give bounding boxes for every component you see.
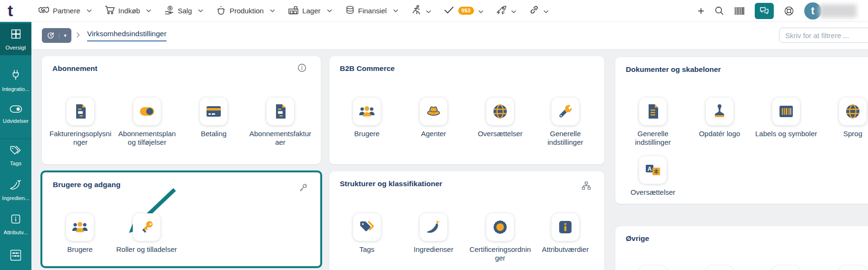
sidebar-item-tags[interactable]: Tags [0,144,31,166]
item-label: Abonnementsfakturaer [248,130,312,146]
runner-icon [411,5,422,17]
plug-icon [10,69,21,83]
settings-item-agenter[interactable]: Agenter [400,98,467,138]
settings-item-sprog[interactable]: Sprog [819,98,868,138]
settings-item-roller-tilladelser[interactable]: Roller og tilladelser [113,213,180,254]
nav-salg[interactable]: Salg [164,5,203,17]
settings-item-attributvaerdier[interactable]: Attributværdier [532,213,599,254]
key-outline-icon[interactable] [298,183,308,192]
barcode-icon[interactable] [734,7,745,15]
sidebar-item-abacus[interactable] [0,249,31,263]
task-count-badge: 953 [458,7,474,15]
search-icon[interactable] [714,6,724,16]
settings-item-labels-symboler[interactable]: Labels og symboler [753,98,819,138]
topbar-actions: + t [698,0,857,21]
help-lifebuoy-icon[interactable] [784,6,794,16]
nav-label: Indkøb [118,7,140,15]
tags-icon [10,144,22,158]
settings-item-abonnementsplan[interactable]: Abonnementsplan og tilføjelser [114,98,180,146]
users-icon [353,98,381,125]
settings-item-ovrige-1[interactable] [620,266,686,270]
nav-produktion[interactable]: Produktion [216,5,275,17]
history-caret[interactable]: ▼ [59,33,71,38]
chevron-down-icon [327,9,332,12]
toggle-plan-icon [133,98,161,125]
item-label: Oversættelser [631,188,675,197]
app-logo[interactable]: t [8,0,13,20]
rocket-icon [496,5,507,17]
settings-item-dok-generelle[interactable]: Generelle indstillinger [620,98,686,146]
item-tile [706,266,733,270]
card-b2b-commerce: B2B Commerce Brugere Agenter Oversættels… [329,56,604,164]
settings-item-ovrige-3[interactable] [753,266,819,270]
sidebar-item-ingredienser[interactable]: Ingredien... [0,179,31,201]
item-label: Agenter [421,130,446,138]
card-title: Dokumenter og skabeloner [626,65,721,74]
wrench-icon [552,98,579,125]
globe-icon [839,98,867,125]
tag-icon [353,213,381,241]
settings-item-certificeringsordninger[interactable]: Certificeringsordninger [467,213,533,262]
item-label: Brugere [67,245,92,254]
chili-icon [10,179,22,192]
item-label: Generelle indstillinger [621,130,685,146]
sidebar: Oversigt Integratio... Udvidelser Tags I… [0,21,31,270]
handshake-icon [38,6,49,16]
card-title: Øvrige [626,234,649,243]
sidebar-item-attributvaerdier[interactable]: Attributv... [0,213,31,235]
page-title[interactable]: Virksomhedsindstillinger [87,30,167,41]
settings-item-ingredienser[interactable]: Ingredienser [400,213,467,254]
nav-tasks[interactable]: 953 [444,6,483,16]
nav-partnere[interactable]: Partnere [38,6,92,16]
nav-activities[interactable] [411,5,431,17]
translate-icon: A [639,156,667,184]
breadcrumb-chevron-icon [76,31,80,40]
chevron-down-icon [393,9,398,12]
history-button[interactable]: ▼ [42,28,71,43]
add-icon[interactable]: + [698,6,704,16]
settings-item-abonnementsfakturaer[interactable]: Abonnementsfakturaer [247,98,314,146]
info-square-icon [10,213,21,227]
barcode-tile-icon [772,98,800,125]
nav-integrations[interactable] [529,5,549,17]
nav-indkob[interactable]: Indkøb [105,5,152,16]
sidebar-item-integrationer[interactable]: Integratio... [0,69,31,92]
hierarchy-icon[interactable] [582,181,591,190]
settings-item-brugere[interactable]: Brugere [47,213,113,254]
settings-item-b2b-generelle[interactable]: Generelle indstillinger [532,98,599,146]
settings-item-b2b-oversaettelser[interactable]: Oversættelser [467,98,533,138]
card-title: B2B Commerce [340,64,395,73]
info-square-duotone-icon [552,213,579,241]
sidebar-item-udvidelser[interactable]: Udvidelser [0,105,31,124]
card-strukturer: Strukturer og klassifikationer Tags Ingr… [329,171,604,270]
settings-item-dok-oversaettelser[interactable]: A Oversættelser [620,156,686,197]
chevron-down-icon [87,9,92,12]
history-icon [42,31,59,40]
settings-item-tags[interactable]: Tags [334,213,400,254]
settings-item-betaling[interactable]: Betaling [180,98,247,138]
settings-item-opdater-logo[interactable]: Opdatér logo [686,98,753,138]
sidebar-item-label: Tags [10,160,21,166]
user-avatar[interactable]: t [804,2,821,20]
filter-input[interactable] [779,28,868,43]
nav-lager[interactable]: Lager [288,5,332,16]
sidebar-item-label: Oversigt [6,45,26,50]
item-label: Abonnementsplan og tilføjelser [115,130,179,146]
nav-launch[interactable] [496,5,516,17]
nav-label: Produktion [229,7,264,15]
item-label: Opdatér logo [699,130,740,138]
sidebar-item-oversigt[interactable]: Oversigt [0,23,31,55]
info-circle-icon[interactable] [297,63,306,72]
settings-item-ovrige-2[interactable] [686,266,753,270]
settings-item-ovrige-4[interactable] [819,266,868,270]
card-dokumenter: Dokumenter og skabeloner Generelle indst… [615,57,868,204]
chevron-down-icon [543,7,549,15]
chat-button[interactable] [755,3,774,19]
stamp-icon [706,98,733,125]
settings-item-b2b-brugere[interactable]: Brugere [334,98,400,138]
card-title: Strukturer og klassifikationer [340,180,442,188]
nav-finansiel[interactable]: Finansiel [345,5,398,16]
settings-item-faktureringsoplysninger[interactable]: Faktureringsoplysninger [47,98,114,146]
key-icon [133,213,160,241]
sidebar-divider [0,139,31,139]
